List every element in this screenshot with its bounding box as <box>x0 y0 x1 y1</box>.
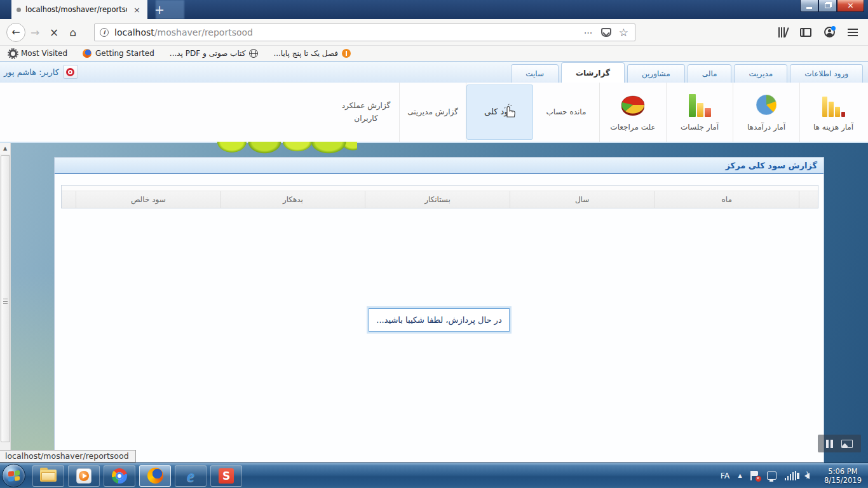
stop-button[interactable]: × <box>44 23 64 42</box>
tab-reports[interactable]: گزارشات <box>561 62 625 83</box>
grid-row-selector-column <box>799 191 818 208</box>
page-actions-icon[interactable]: ⋯ <box>584 27 593 37</box>
bookmarks-bar: Most Visited Getting Started کتاب صوتی و… <box>0 46 868 61</box>
forward-button[interactable]: → <box>25 23 44 42</box>
report-toolbar: آمار هزینه ها آمار درآمدها آمار جلسات <box>0 83 868 143</box>
bookmark-audio-book[interactable]: کتاب صوتی و PDF پد... <box>170 49 259 58</box>
taskbar-snagit-button[interactable]: S <box>210 465 242 487</box>
clock-time: 5:06 PM <box>828 467 857 476</box>
column-header-month[interactable]: ماه <box>654 191 799 208</box>
media-player-icon <box>76 468 92 484</box>
toolbar-user-performance-report[interactable]: گزارش عملکرد کاربران <box>333 83 400 142</box>
taskbar-clock[interactable]: 5:06 PM 8/15/2019 <box>822 467 862 485</box>
toolbar-expenses-stats[interactable]: آمار هزینه ها <box>800 83 867 142</box>
remote-desktop-icon[interactable] <box>767 471 776 480</box>
tab-close-icon[interactable]: × <box>132 5 142 15</box>
gold-bar-chart-icon <box>819 90 848 117</box>
snagit-icon: S <box>219 468 234 484</box>
minimize-button[interactable] <box>800 0 818 12</box>
scrollbar-up-arrow-icon[interactable]: ▲ <box>0 143 10 154</box>
volume-icon[interactable] <box>804 473 810 479</box>
tab-management[interactable]: مدیریت <box>734 64 787 83</box>
scrollbar-grip <box>3 299 8 304</box>
language-indicator[interactable]: FA <box>721 471 730 480</box>
toolbar-label: مانده حساب <box>546 106 587 118</box>
loading-message-box: در حال پردازش، لطفا شکیبا باشید... <box>369 308 510 332</box>
column-header-year[interactable]: سال <box>510 191 654 208</box>
browser-tab[interactable]: localhost/moshaver/reportsoo × <box>11 0 147 19</box>
taskbar-ie-button[interactable]: e <box>175 465 207 487</box>
tab-data-entry[interactable]: ورود اطلاعات <box>790 64 863 83</box>
toolbar-label: سود کلی <box>484 105 515 119</box>
pause-icon[interactable] <box>826 440 833 448</box>
notification-badge <box>831 26 836 30</box>
windows-taskbar: e S FA ▲ ✕ 5:06 PM 8/15/2019 <box>0 463 868 488</box>
bookmark-most-visited[interactable]: Most Visited <box>9 49 67 58</box>
chrome-icon <box>112 468 127 484</box>
start-button[interactable] <box>2 464 25 487</box>
toolbar-label: گزارش عملکرد کاربران <box>334 100 398 124</box>
column-header-credit[interactable]: بستانکار <box>365 191 510 208</box>
toolbar-income-stats[interactable]: آمار درآمدها <box>733 83 800 142</box>
report-title-bar: گزارش سود کلی مرکز <box>55 158 824 174</box>
restore-button[interactable] <box>818 0 837 12</box>
firefox-icon <box>147 468 163 484</box>
firefox-account-icon[interactable] <box>824 27 835 37</box>
url-text[interactable]: localhost/moshaver/reportsood <box>114 27 584 37</box>
column-header-debit[interactable]: بدهکار <box>220 191 365 208</box>
show-hidden-icons-icon[interactable]: ▲ <box>738 473 742 478</box>
green-bar-chart-icon <box>685 90 714 117</box>
taskbar-explorer-button[interactable] <box>32 465 64 487</box>
menu-icon[interactable] <box>848 29 858 36</box>
system-tray: FA ▲ ✕ 5:06 PM 8/15/2019 <box>721 467 868 485</box>
page-scrollbar[interactable]: ▲ <box>0 143 11 463</box>
toolbar-total-profit[interactable]: سود کلی <box>466 85 533 140</box>
toolbar-management-report[interactable]: گزارش مدیریتی <box>400 83 466 142</box>
taskbar-media-player-button[interactable] <box>68 465 100 487</box>
tab-favicon-icon <box>17 8 21 12</box>
taskbar-firefox-button[interactable] <box>139 465 171 487</box>
toolbar-label: آمار هزینه ها <box>813 121 853 133</box>
url-bar[interactable]: i localhost/moshaver/reportsood ⋯ ☆ <box>94 24 635 41</box>
toolbar-visit-reasons[interactable]: علت مراجعات <box>600 83 667 142</box>
back-button[interactable]: ← <box>6 23 25 42</box>
pocket-icon[interactable] <box>601 28 611 37</box>
window-controls: ✕ <box>800 0 864 12</box>
bookmark-getting-started[interactable]: Getting Started <box>83 49 154 58</box>
module-tabs: ورود اطلاعات مدیریت مالی مشاورین گزارشات… <box>511 62 865 83</box>
new-tab-button[interactable]: + <box>151 2 168 18</box>
url-path: /moshaver/reportsood <box>154 27 253 37</box>
logout-button[interactable] <box>63 65 78 79</box>
power-icon <box>66 68 74 76</box>
status-link-preview: localhost/moshaver/reportsood <box>0 450 136 463</box>
toolbar-sessions-stats[interactable]: آمار جلسات <box>667 83 733 142</box>
bookmark-star-icon[interactable]: ☆ <box>619 26 628 39</box>
home-button[interactable]: ⌂ <box>64 23 83 42</box>
column-header-net-profit[interactable]: سود خالص <box>76 191 220 208</box>
sidebar-toggle-icon[interactable] <box>800 28 811 37</box>
site-info-icon[interactable]: i <box>100 28 109 37</box>
close-button[interactable]: ✕ <box>837 0 864 12</box>
bookmark-label: Most Visited <box>21 49 67 58</box>
url-domain: localhost <box>114 27 154 37</box>
snapshot-icon[interactable] <box>841 440 853 448</box>
app-header-strip: کاربر: هاشم پور ورود اطلاعات مدیریت مالی… <box>0 61 868 83</box>
tab-financial[interactable]: مالی <box>688 64 732 83</box>
toolbar-label: علت مراجعات <box>610 121 655 133</box>
toolbar-account-balance[interactable]: مانده حساب <box>533 83 600 142</box>
library-icon[interactable] <box>778 27 787 37</box>
bookmark-chapters[interactable]: فصل یک تا پنج پایا... <box>273 49 351 58</box>
tab-site[interactable]: سایت <box>511 64 559 83</box>
tab-consultants[interactable]: مشاورین <box>627 64 685 83</box>
network-signal-icon[interactable] <box>785 471 797 480</box>
action-center-flag-icon[interactable]: ✕ <box>750 471 759 480</box>
toolbar-label: آمار جلسات <box>681 121 719 133</box>
grid-end-column <box>62 191 76 208</box>
report-title: گزارش سود کلی مرکز <box>725 161 817 170</box>
screen-recorder-overlay <box>818 435 861 452</box>
taskbar-chrome-button[interactable] <box>104 465 135 487</box>
scrollbar-thumb[interactable] <box>1 155 10 442</box>
windows-logo-icon <box>8 470 20 482</box>
pie-chart-red-icon <box>618 90 648 117</box>
report-grid: ماه سال بستانکار بدهکار سود خالص <box>61 185 818 208</box>
